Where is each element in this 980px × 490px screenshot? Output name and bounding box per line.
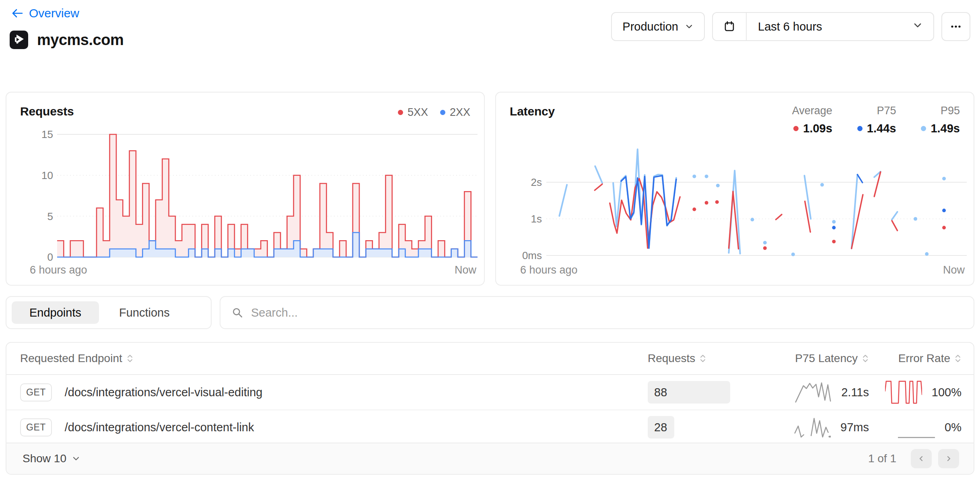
next-page-button[interactable]: [938, 449, 959, 468]
time-range-dropdown[interactable]: Last 6 hours: [712, 12, 934, 41]
requests-chart: [57, 127, 478, 266]
y-tick-label: 15: [15, 128, 53, 141]
sort-chevrons-icon: [126, 353, 134, 364]
ellipsis-icon: [949, 20, 963, 33]
environment-label: Production: [622, 20, 678, 33]
x-axis-end-label: Now: [943, 264, 965, 276]
p75-latency-value: 2.11s: [841, 386, 869, 399]
table-row[interactable]: GET /docs/integrations/vercel-content-li…: [6, 410, 974, 444]
x-axis-start-label: 6 hours ago: [30, 264, 87, 276]
chevron-right-icon: [945, 455, 952, 462]
sort-chevrons-icon: [862, 353, 869, 364]
site-header: mycms.com: [10, 31, 124, 49]
back-label: Overview: [29, 6, 79, 20]
more-options-button[interactable]: [941, 12, 970, 41]
column-header-requested-endpoint[interactable]: Requested Endpoint: [20, 352, 648, 365]
column-header-p75-latency[interactable]: P75 Latency: [752, 352, 869, 365]
chevron-down-icon: [685, 22, 694, 31]
calendar-icon[interactable]: [713, 13, 747, 40]
sort-chevrons-icon: [954, 353, 961, 364]
requests-count-bar: 28: [648, 416, 674, 439]
latency-sparkline: [795, 381, 832, 404]
table-footer: Show 10 1 of 1: [6, 443, 974, 474]
sort-chevrons-icon: [699, 353, 706, 364]
table-row[interactable]: GET /docs/integrations/vercel-visual-edi…: [6, 375, 974, 410]
filter-row: Endpoints Functions: [6, 296, 974, 329]
magnifier-icon: [232, 307, 243, 318]
previous-page-button[interactable]: [911, 449, 932, 468]
search-input[interactable]: [251, 306, 962, 319]
latency-chart: [546, 145, 967, 261]
column-header-requests[interactable]: Requests: [648, 352, 752, 365]
time-range-label: Last 6 hours: [747, 20, 912, 33]
blue-dot-icon: [440, 110, 445, 115]
latency-stats: Average 1.09s P75 1.44s: [792, 105, 960, 135]
page-size-dropdown[interactable]: Show 10: [23, 452, 80, 465]
latency-sparkline: [794, 416, 831, 439]
pagination: 1 of 1: [868, 449, 959, 468]
stat-average: Average 1.09s: [792, 105, 832, 135]
observability-page: Overview mycms.com Production: [0, 0, 980, 490]
page-title: mycms.com: [37, 31, 124, 49]
tab-functions[interactable]: Functions: [101, 301, 187, 324]
p75-latency-value: 97ms: [840, 421, 869, 434]
y-tick-label: 1s: [504, 213, 542, 225]
environment-dropdown[interactable]: Production: [611, 12, 705, 41]
column-header-error-rate[interactable]: Error Rate: [869, 352, 961, 365]
requests-legend: 5XX 2XX: [398, 106, 470, 119]
error-rate-sparkline: [885, 381, 922, 404]
requests-chart-card: Requests 5XX 2XX 15 10 5 0 6 hours: [6, 92, 485, 286]
endpoint-path: /docs/integrations/vercel-visual-editing: [65, 386, 263, 399]
method-badge: GET: [20, 383, 52, 401]
red-dot-icon: [793, 126, 799, 131]
error-rate-sparkline: [898, 416, 935, 439]
back-to-overview-link[interactable]: Overview: [10, 6, 79, 20]
page-status: 1 of 1: [868, 452, 896, 465]
method-badge: GET: [20, 418, 52, 436]
y-tick-label: 0ms: [504, 249, 542, 262]
chevron-down-icon: [72, 455, 80, 463]
view-tabs: Endpoints Functions: [6, 296, 212, 329]
y-tick-label: 2s: [504, 176, 542, 189]
y-tick-label: 10: [15, 169, 53, 182]
error-rate-value: 100%: [932, 386, 961, 399]
chevron-left-icon: [918, 455, 925, 462]
chevron-down-icon: [912, 20, 933, 33]
y-tick-label: 5: [15, 210, 53, 223]
header-controls: Production Last 6 hours: [611, 12, 970, 41]
table-header-row: Requested Endpoint Requests P75 Latency …: [6, 343, 974, 375]
deploy-arrow-icon: [10, 31, 28, 49]
x-axis-start-label: 6 hours ago: [520, 264, 578, 276]
endpoints-table: Requested Endpoint Requests P75 Latency …: [6, 342, 974, 475]
blue-dot-icon: [857, 126, 863, 131]
tab-endpoints[interactable]: Endpoints: [12, 301, 99, 324]
latency-chart-card: Latency Average 1.09s P75 1.44s: [495, 92, 974, 286]
legend-item-2xx: 2XX: [440, 106, 470, 119]
latency-chart-title: Latency: [510, 105, 555, 118]
requests-chart-title: Requests: [20, 105, 74, 118]
requests-count-bar: 88: [648, 381, 730, 404]
legend-item-5xx: 5XX: [398, 106, 428, 119]
arrow-left-icon: [10, 8, 23, 19]
charts-row: Requests 5XX 2XX 15 10 5 0 6 hours: [6, 92, 974, 286]
x-axis-end-label: Now: [455, 264, 476, 276]
light-blue-dot-icon: [921, 126, 926, 131]
y-tick-label: 0: [15, 251, 53, 264]
stat-p95: P95 1.49s: [921, 105, 960, 135]
red-dot-icon: [398, 110, 403, 115]
error-rate-value: 0%: [945, 421, 961, 434]
endpoint-path: /docs/integrations/vercel-content-link: [65, 421, 254, 434]
stat-p75: P75 1.44s: [857, 105, 896, 135]
search-box: [220, 296, 974, 329]
